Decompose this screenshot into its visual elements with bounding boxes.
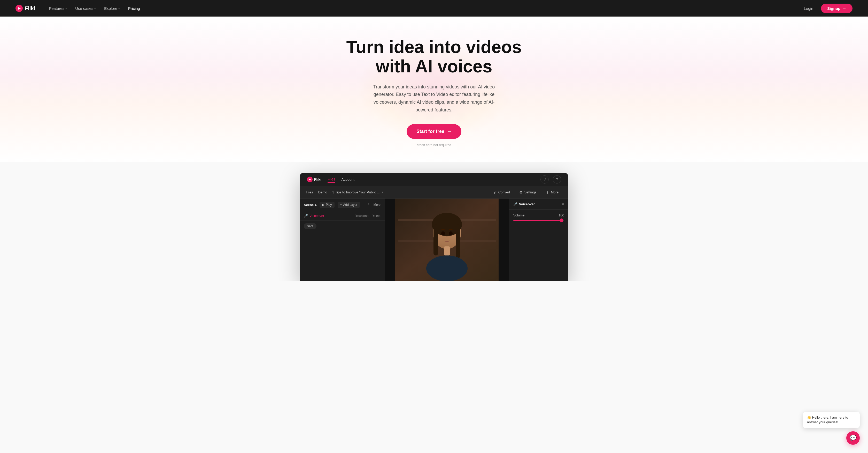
signup-button[interactable]: Signup → (821, 4, 852, 13)
nav-right: Login Signup → (800, 4, 852, 13)
hero-subtitle: Transform your ideas into stunning video… (367, 83, 501, 114)
fliki-logo-icon: ▶ (16, 5, 23, 12)
breadcrumb-actions: ⇄ Convert ⚙ Settings ⋮ More (490, 189, 562, 196)
video-thumbnail (385, 199, 509, 281)
nav-item-pricing[interactable]: Pricing (125, 4, 144, 13)
more-options-label[interactable]: More (374, 203, 380, 206)
app-right-panel: 🎤 Voiceover × Volume 100 (509, 199, 568, 281)
svg-rect-7 (444, 247, 450, 255)
dark-mode-button[interactable]: ☽ (540, 175, 549, 183)
volume-label: Volume (513, 213, 524, 217)
hero-title: Turn idea into videos with AI voices (346, 37, 522, 76)
convert-icon: ⇄ (494, 190, 497, 194)
settings-button[interactable]: ⚙ Settings (516, 189, 540, 196)
app-topbar: ▶ Fliki Files Account ☽ ? (300, 173, 568, 186)
app-topbar-right: ☽ ? (540, 175, 561, 183)
play-button[interactable]: ▶ Play (319, 202, 334, 208)
app-topbar-left: ▶ Fliki Files Account (307, 176, 354, 183)
chevron-down-icon[interactable]: ▾ (382, 191, 383, 194)
svg-point-9 (441, 231, 445, 235)
play-icon: ▶ (322, 203, 324, 206)
help-button[interactable]: ? (553, 175, 561, 183)
breadcrumb-current[interactable]: 3 Tips to Improve Your Public ... (333, 190, 380, 194)
nav-item-features[interactable]: Features ▾ (45, 4, 70, 13)
breadcrumb-files[interactable]: Files (306, 190, 313, 194)
app-logo-icon: ▶ (307, 177, 313, 182)
nav-menu: Features ▾ Use cases ▾ Explore ▾ Pricing (45, 4, 144, 13)
sara-badge[interactable]: Sara (304, 223, 316, 229)
app-window: ▶ Fliki Files Account ☽ ? Files › Demo ›… (300, 173, 568, 281)
download-action[interactable]: Download (355, 214, 368, 218)
scene-label: Scene 4 (304, 203, 316, 207)
chevron-down-icon: ▾ (94, 7, 96, 10)
hero-cta-button[interactable]: Start for free → (407, 124, 461, 139)
add-layer-button[interactable]: + Add Layer (338, 202, 360, 208)
scene-header: Scene 4 ▶ Play + Add Layer ⋮ More (300, 199, 385, 211)
app-content: Scene 4 ▶ Play + Add Layer ⋮ More 🎤 (300, 199, 568, 281)
more-options-icon[interactable]: ⋮ (367, 203, 370, 207)
chevron-down-icon: ▾ (65, 7, 67, 10)
app-video-panel (385, 199, 509, 281)
nav-logo[interactable]: ▶ Fliki (16, 5, 35, 12)
breadcrumb-separator: › (315, 190, 316, 194)
volume-slider[interactable] (513, 220, 564, 221)
app-preview-section: ▶ Fliki Files Account ☽ ? Files › Demo ›… (0, 162, 868, 281)
svg-rect-5 (433, 224, 438, 255)
svg-point-8 (426, 255, 468, 281)
app-left-panel: Scene 4 ▶ Play + Add Layer ⋮ More 🎤 (300, 199, 385, 281)
voiceover-row: 🎤 Voiceover Download Delete (300, 211, 385, 221)
svg-rect-6 (456, 224, 460, 258)
voiceover-panel-title: 🎤 Voiceover (513, 202, 535, 206)
tab-account[interactable]: Account (342, 176, 355, 182)
more-icon: ⋮ (546, 190, 549, 194)
more-button[interactable]: ⋮ More (542, 189, 562, 196)
svg-point-10 (449, 231, 453, 235)
nav-item-use-cases[interactable]: Use cases ▾ (71, 4, 99, 13)
voiceover-panel-header: 🎤 Voiceover × (509, 199, 568, 210)
arrow-icon: → (447, 129, 452, 134)
nav-left: ▶ Fliki Features ▾ Use cases ▾ Explore ▾… (16, 4, 144, 13)
delete-action[interactable]: Delete (371, 214, 380, 218)
breadcrumb-demo[interactable]: Demo (318, 190, 327, 194)
microphone-icon: 🎤 (513, 202, 518, 206)
chevron-down-icon: ▾ (118, 7, 120, 10)
app-breadcrumb-bar: Files › Demo › 3 Tips to Improve Your Pu… (300, 186, 568, 199)
close-button[interactable]: × (562, 202, 564, 206)
hero-note: credit card not required (417, 143, 451, 147)
arrow-icon: → (842, 6, 846, 10)
volume-value: 100 (559, 213, 564, 217)
microphone-icon: 🎤 (304, 214, 308, 218)
login-button[interactable]: Login (800, 4, 817, 13)
convert-button[interactable]: ⇄ Convert (490, 189, 514, 196)
breadcrumb: Files › Demo › 3 Tips to Improve Your Pu… (306, 190, 383, 194)
voiceover-label[interactable]: 🎤 Voiceover (304, 214, 324, 218)
hero-section: Turn idea into videos with AI voices Tra… (0, 17, 868, 162)
volume-row: Volume 100 (509, 210, 568, 220)
settings-icon: ⚙ (519, 190, 523, 194)
volume-slider-fill (513, 220, 562, 221)
tab-files[interactable]: Files (328, 176, 335, 183)
breadcrumb-separator: › (329, 190, 330, 194)
nav-item-explore[interactable]: Explore ▾ (100, 4, 123, 13)
add-icon: + (340, 203, 342, 206)
app-logo[interactable]: ▶ Fliki (307, 177, 321, 182)
voiceover-actions: Download Delete (355, 214, 380, 218)
navbar: ▶ Fliki Features ▾ Use cases ▾ Explore ▾… (0, 0, 868, 17)
volume-slider-thumb (560, 219, 563, 222)
volume-slider-container (509, 220, 568, 224)
